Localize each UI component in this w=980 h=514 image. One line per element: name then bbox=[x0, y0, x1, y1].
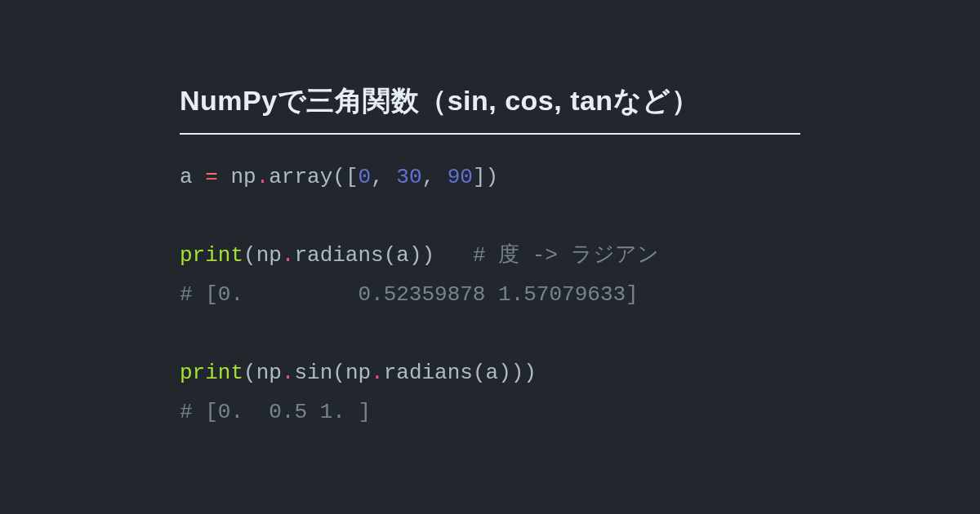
code-token: print bbox=[180, 361, 243, 385]
content-card: NumPyで三角関数（sin, cos, tanなど） a = np.array… bbox=[180, 82, 800, 432]
code-token: , bbox=[422, 165, 435, 189]
code-token: , bbox=[371, 165, 384, 189]
code-token: radians bbox=[294, 243, 383, 268]
code-token: np bbox=[230, 165, 256, 189]
code-token: ( bbox=[473, 361, 486, 385]
code-token: a bbox=[180, 165, 193, 189]
code-token: sin bbox=[294, 361, 332, 385]
code-comment: # [0. 0.52359878 1.57079633] bbox=[180, 282, 639, 307]
code-token: 0 bbox=[359, 165, 372, 189]
code-token: radians bbox=[384, 361, 473, 385]
code-token: 30 bbox=[396, 165, 421, 189]
code-token: ( bbox=[332, 165, 345, 189]
code-token: . bbox=[282, 243, 295, 268]
code-token bbox=[218, 165, 231, 189]
code-token: ( bbox=[243, 361, 256, 385]
code-token: ) bbox=[498, 361, 511, 385]
code-block: a = np.array([0, 30, 90]) print(np.radia… bbox=[180, 157, 800, 432]
code-token bbox=[193, 165, 206, 189]
code-token: np bbox=[345, 361, 371, 385]
code-token: . bbox=[282, 361, 295, 385]
code-token: [ bbox=[345, 165, 359, 189]
code-token bbox=[434, 165, 448, 189]
code-token: . bbox=[256, 165, 270, 189]
code-token: 90 bbox=[448, 165, 473, 189]
code-token: ) bbox=[523, 361, 537, 385]
code-token: ( bbox=[332, 361, 345, 385]
code-token: np bbox=[256, 361, 282, 385]
code-comment: # 度 -> ラジアン bbox=[473, 243, 659, 268]
code-comment: # [0. 0.5 1. ] bbox=[180, 400, 371, 424]
code-token: ) bbox=[422, 243, 435, 268]
code-token: np bbox=[256, 243, 282, 268]
code-token: ) bbox=[486, 165, 499, 189]
code-token: ( bbox=[384, 243, 397, 268]
code-token: print bbox=[180, 243, 243, 268]
code-token: array bbox=[269, 165, 332, 189]
code-token: ] bbox=[473, 165, 486, 189]
code-token: . bbox=[371, 361, 384, 385]
code-token bbox=[384, 165, 397, 189]
code-token: a bbox=[396, 243, 409, 268]
code-token: ) bbox=[409, 243, 422, 268]
code-token: a bbox=[486, 361, 499, 385]
code-token: ) bbox=[511, 361, 524, 385]
code-token: ( bbox=[243, 243, 256, 268]
code-token bbox=[434, 243, 473, 268]
page-title: NumPyで三角関数（sin, cos, tanなど） bbox=[180, 82, 800, 135]
code-token: = bbox=[205, 165, 218, 189]
